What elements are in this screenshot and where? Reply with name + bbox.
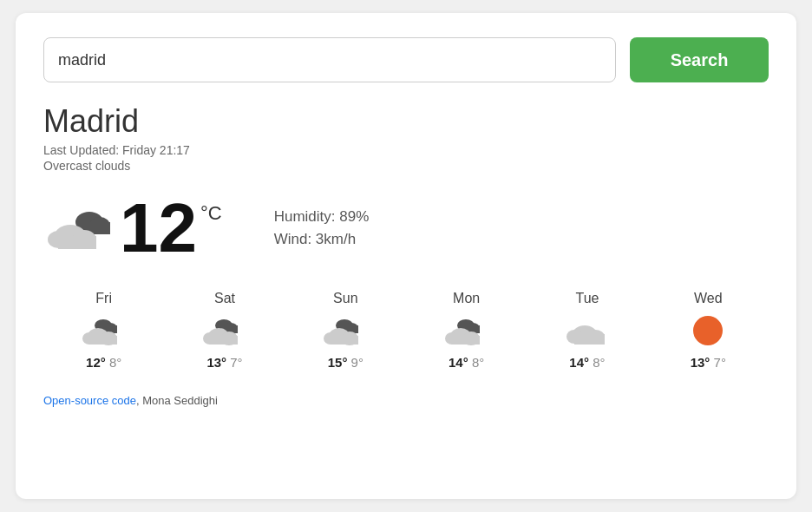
- forecast-day-fri: Fri 12° 8°: [65, 291, 143, 370]
- weather-card: Search Madrid Last Updated: Friday 21:17…: [16, 13, 796, 499]
- weather-details: Humidity: 89% Wind: 3km/h: [274, 208, 370, 248]
- author-text: , Mona Seddighi: [136, 394, 218, 407]
- forecast-icon-fri: [82, 313, 126, 348]
- forecast-icon-sun: [324, 313, 367, 348]
- forecast-temps-wed: 13° 7°: [691, 355, 726, 370]
- forecast-day-mon: Mon 14° 8°: [428, 291, 506, 370]
- svg-rect-38: [574, 334, 605, 345]
- wind: Wind: 3km/h: [274, 231, 370, 248]
- temperature-display: 12 °C: [120, 194, 222, 263]
- forecast-temps-sat: 13° 7°: [206, 355, 242, 370]
- forecast-day-sat: Sat 13° 7°: [186, 291, 264, 370]
- city-name: Madrid: [43, 103, 769, 140]
- forecast-icon-sat: [203, 313, 246, 348]
- open-source-link[interactable]: Open-source code: [43, 394, 136, 407]
- forecast-temps-fri: 12° 8°: [86, 355, 121, 370]
- condition-text: Overcast clouds: [43, 159, 769, 173]
- forecast-icon-tue: [566, 313, 609, 348]
- forecast-row: Fri 12° 8° Sat: [43, 291, 769, 370]
- svg-rect-34: [452, 336, 480, 345]
- forecast-temps-tue: 14° 8°: [569, 355, 605, 370]
- humidity: Humidity: 89%: [274, 208, 370, 226]
- forecast-temps-sun: 15° 9°: [328, 355, 363, 370]
- day-label-fri: Fri: [95, 291, 112, 306]
- svg-rect-13: [89, 336, 117, 345]
- search-button[interactable]: Search: [630, 37, 769, 82]
- current-weather: 12 °C Humidity: 89% Wind: 3km/h: [43, 194, 769, 263]
- day-label-mon: Mon: [453, 291, 480, 306]
- forecast-day-tue: Tue 14° 8°: [548, 291, 626, 370]
- temp-value: 12: [120, 194, 197, 263]
- footer: Open-source code, Mona Seddighi: [43, 394, 769, 407]
- sun-icon: [693, 316, 723, 345]
- forecast-temps-mon: 14° 8°: [449, 355, 484, 370]
- day-label-sun: Sun: [333, 291, 357, 306]
- search-row: Search: [43, 37, 769, 82]
- day-label-wed: Wed: [694, 291, 723, 306]
- svg-rect-20: [210, 336, 238, 345]
- svg-rect-27: [331, 336, 358, 345]
- svg-rect-6: [58, 236, 96, 249]
- forecast-icon-wed: [686, 313, 730, 348]
- search-input[interactable]: [43, 37, 616, 82]
- day-label-tue: Tue: [575, 291, 599, 306]
- forecast-icon-mon: [445, 313, 488, 348]
- last-updated: Last Updated: Friday 21:17: [43, 143, 769, 157]
- day-label-sat: Sat: [214, 291, 235, 306]
- main-weather-icon: [43, 198, 113, 259]
- forecast-day-sun: Sun 15° 9°: [306, 291, 384, 370]
- temp-unit: °C: [200, 202, 222, 225]
- forecast-day-wed: Wed 13° 7°: [669, 291, 747, 370]
